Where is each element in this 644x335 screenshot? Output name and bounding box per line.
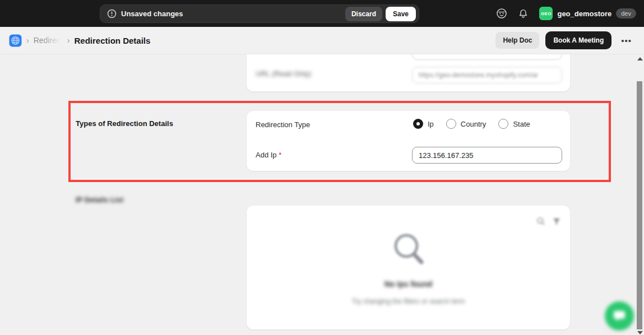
env-badge: dev (616, 8, 636, 18)
search-icon[interactable] (536, 217, 545, 226)
url-card: URL (Read Only) (247, 54, 570, 91)
bell-icon[interactable] (518, 8, 529, 19)
page-content: URL (Read Only) Types of Redirection Det… (0, 54, 644, 335)
partial-input-above[interactable] (412, 54, 562, 60)
unsaved-alert-icon (107, 9, 117, 18)
ip-list-card: No Ips found Try changing the filters or… (247, 206, 570, 329)
store-name: geo_demostore (557, 10, 611, 18)
radio-option-state[interactable]: State (498, 119, 530, 129)
help-doc-button[interactable]: Help Doc (495, 32, 539, 49)
chevron-right-icon: › (26, 36, 29, 45)
radio-label-country: Country (461, 120, 487, 128)
chat-widget-button[interactable] (605, 301, 634, 331)
chat-icon (613, 310, 626, 322)
more-menu-button[interactable]: ••• (618, 34, 635, 48)
scroll-up-icon[interactable] (637, 57, 643, 61)
url-readonly-input[interactable] (412, 67, 562, 83)
header-actions: Help Doc Book A Meeting ••• (495, 27, 635, 54)
radio-selected-icon[interactable] (413, 119, 423, 129)
types-section-heading: Types of Redirection Details (76, 119, 173, 128)
page-title: Redirection Details (74, 36, 150, 45)
discard-button[interactable]: Discard (345, 7, 382, 21)
breadcrumb: › Redirect › Redirection Details (9, 27, 150, 54)
add-ip-label: Add Ip * (256, 151, 281, 159)
empty-state-subtitle: Try changing the filters or search term (247, 297, 570, 305)
store-menu[interactable]: GEO geo_demostore dev (539, 7, 636, 20)
redirection-type-radio-group: Ip Country State (413, 119, 543, 129)
store-avatar: GEO (539, 7, 553, 20)
required-asterisk: * (279, 151, 281, 159)
radio-unselected-icon[interactable] (446, 119, 456, 129)
top-admin-bar: Unsaved changes Discard Save GEO geo_dem… (0, 0, 644, 27)
ip-list-heading: IP Details List (76, 196, 123, 204)
vertical-scrollbar[interactable] (636, 54, 643, 335)
radio-label-state: State (513, 120, 530, 128)
redirection-type-label: Redirection Type (256, 120, 310, 129)
page-header: › Redirect › Redirection Details Help Do… (0, 27, 644, 54)
add-ip-input[interactable] (412, 147, 562, 164)
app-icon[interactable] (9, 34, 22, 47)
radio-option-ip[interactable]: Ip (413, 119, 434, 129)
empty-search-icon (392, 232, 425, 269)
radio-option-country[interactable]: Country (446, 119, 487, 129)
empty-state: No Ips found Try changing the filters or… (247, 232, 570, 305)
scrollbar-thumb[interactable] (637, 81, 642, 329)
breadcrumb-parent[interactable]: Redirect (34, 36, 63, 45)
assistant-icon[interactable] (496, 8, 507, 19)
url-readonly-label: URL (Read Only) (256, 69, 311, 78)
list-controls (536, 217, 561, 226)
chevron-right-icon: › (67, 36, 70, 45)
save-button[interactable]: Save (386, 7, 416, 21)
radio-label-ip: Ip (428, 120, 434, 128)
book-meeting-button[interactable]: Book A Meeting (545, 31, 611, 49)
scroll-down-icon[interactable] (637, 331, 643, 334)
radio-unselected-icon[interactable] (498, 119, 508, 129)
redirection-type-card: Redirection Type Ip Country State Add Ip… (247, 111, 570, 171)
filter-icon[interactable] (552, 217, 561, 226)
topbar-right-cluster: GEO geo_demostore dev (496, 0, 636, 27)
unsaved-changes-label: Unsaved changes (121, 10, 345, 18)
empty-state-title: No Ips found (247, 280, 570, 289)
unsaved-changes-toast: Unsaved changes Discard Save (100, 4, 419, 23)
